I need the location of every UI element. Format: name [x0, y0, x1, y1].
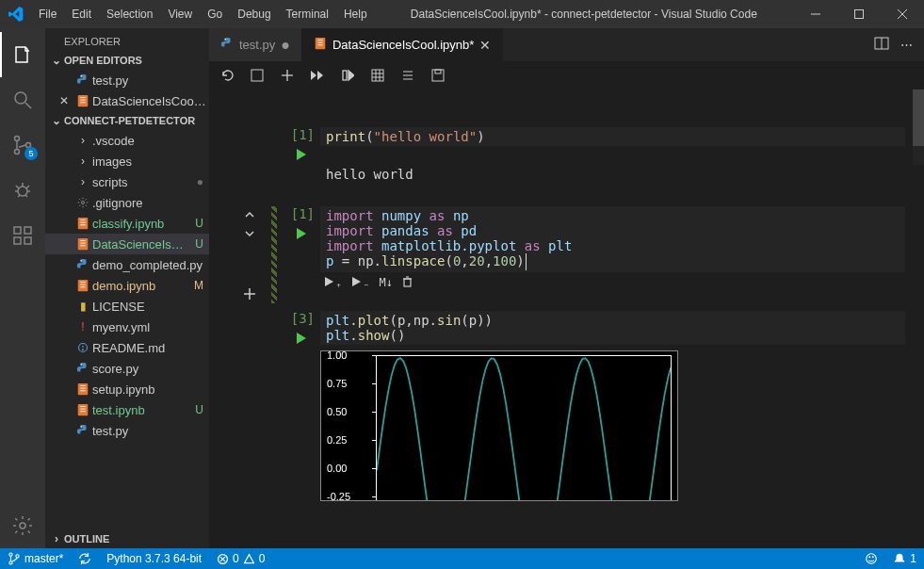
add-cell-icon[interactable]: [279, 67, 296, 84]
svg-rect-55: [316, 38, 326, 49]
run-all-icon[interactable]: [309, 67, 326, 84]
svg-point-36: [81, 260, 82, 261]
svg-line-16: [25, 195, 27, 197]
source-control-icon[interactable]: 5: [0, 122, 45, 168]
file-tree-item[interactable]: ›.vscode: [45, 130, 209, 151]
file-tree-item[interactable]: classify.ipynbU: [45, 213, 209, 234]
save-icon[interactable]: [430, 67, 446, 84]
stop-icon[interactable]: [249, 67, 266, 84]
settings-gear-icon[interactable]: [0, 503, 45, 548]
search-icon[interactable]: [0, 77, 45, 122]
file-label: LICENSE: [92, 300, 209, 314]
chevron-down-icon: ⌄: [49, 54, 64, 67]
menu-selection[interactable]: Selection: [100, 8, 159, 21]
chevron-down-icon: ⌄: [49, 114, 64, 127]
menu-go[interactable]: Go: [201, 8, 229, 21]
collapse-down-icon[interactable]: [243, 227, 256, 242]
menu-help[interactable]: Help: [337, 8, 374, 21]
svg-point-89: [9, 561, 12, 564]
cell-input[interactable]: plt.plot(p,np.sin(p))plt.show(): [320, 311, 905, 345]
problems-item[interactable]: 0 0: [209, 552, 272, 565]
close-button[interactable]: [881, 0, 924, 28]
explorer-title: EXPLORER: [45, 28, 209, 51]
file-tree-item[interactable]: test.ipynbU: [45, 399, 209, 420]
sync-icon[interactable]: [71, 552, 99, 565]
undo-icon[interactable]: [219, 67, 235, 84]
open-editor-item[interactable]: test.py: [45, 70, 209, 90]
file-tree-item[interactable]: demo_completed.py: [45, 254, 209, 275]
git-branch-item[interactable]: master*: [0, 552, 71, 565]
file-tree-item[interactable]: ›scripts●: [45, 171, 209, 192]
cell-input[interactable]: import numpy as npimport pandas as pdimp…: [320, 206, 905, 272]
notifications-icon[interactable]: 1: [885, 552, 924, 565]
restart-icon[interactable]: [339, 67, 356, 84]
file-label: demo_completed.py: [92, 258, 209, 272]
workspace-section[interactable]: ⌄ CONNECT-PETDETECTOR: [45, 111, 209, 130]
menu-view[interactable]: View: [161, 8, 199, 21]
open-editors-section[interactable]: ⌄ OPEN EDITORS: [45, 51, 209, 70]
debug-icon[interactable]: [0, 168, 45, 213]
vscode-logo: [0, 7, 32, 22]
editor-tab[interactable]: test.py●: [209, 28, 302, 61]
file-icon: [73, 382, 92, 396]
to-markdown-button[interactable]: M↓: [379, 276, 392, 290]
delete-cell-icon[interactable]: [402, 276, 413, 290]
list-icon[interactable]: [399, 67, 416, 84]
extensions-icon[interactable]: [0, 213, 45, 258]
minimap-thumb[interactable]: [913, 89, 924, 146]
file-icon: [73, 237, 92, 251]
git-status-badge: U: [189, 217, 209, 230]
svg-marker-82: [325, 277, 333, 286]
window-title: DataScienceIsCool.ipynb* - connect-petde…: [374, 8, 794, 21]
menu-debug[interactable]: Debug: [231, 8, 277, 21]
svg-rect-49: [78, 404, 89, 415]
file-icon: [220, 37, 234, 53]
diff-gutter: [271, 127, 277, 186]
outline-section[interactable]: › OUTLINE: [45, 529, 209, 548]
open-editor-item[interactable]: ✕DataScienceIsCoo…: [45, 90, 209, 111]
file-tree-item[interactable]: DataScienceIsCo…U: [45, 234, 209, 254]
file-label: images: [92, 154, 209, 169]
cell-input[interactable]: print("hello world"): [320, 127, 905, 146]
run-above-icon[interactable]: ₋: [351, 276, 369, 290]
close-icon[interactable]: ✕: [55, 94, 73, 107]
feedback-icon[interactable]: [857, 552, 885, 565]
add-cell-icon[interactable]: [243, 287, 256, 303]
file-icon: [73, 342, 92, 353]
file-tree-item[interactable]: ›images: [45, 151, 209, 171]
menu-terminal[interactable]: Terminal: [280, 8, 335, 21]
editor-tab[interactable]: DataScienceIsCool.ipynb*✕: [302, 28, 503, 61]
file-tree-item[interactable]: ▮LICENSE: [45, 296, 209, 317]
explorer-icon[interactable]: [0, 32, 45, 77]
git-status-badge: U: [189, 237, 209, 251]
close-tab-icon[interactable]: ✕: [479, 38, 491, 53]
file-icon: ▮: [73, 300, 92, 313]
run-cell-icon[interactable]: [283, 148, 320, 164]
minimize-button[interactable]: [794, 0, 837, 28]
svg-point-4: [15, 92, 26, 104]
maximize-button[interactable]: [837, 0, 881, 28]
file-tree-item[interactable]: README.md: [45, 337, 209, 358]
file-icon: [73, 362, 92, 375]
file-tree-item[interactable]: demo.ipynbM: [45, 275, 209, 296]
collapse-up-icon[interactable]: [243, 208, 256, 223]
run-below-icon[interactable]: ₊: [324, 276, 342, 290]
run-cell-icon[interactable]: [283, 227, 320, 243]
cell-prompt: [1]: [283, 206, 320, 221]
menu-file[interactable]: File: [32, 8, 63, 21]
python-interpreter-item[interactable]: Python 3.7.3 64-bit: [99, 552, 209, 565]
file-tree-item[interactable]: score.py: [45, 358, 209, 379]
svg-rect-84: [404, 279, 411, 286]
grid-icon[interactable]: [369, 67, 386, 84]
notebook-body[interactable]: [1]print("hello world")hello world[1]imp…: [209, 89, 924, 548]
split-editor-icon[interactable]: [874, 36, 889, 54]
more-actions-icon[interactable]: ⋯: [900, 38, 913, 52]
menu-edit[interactable]: Edit: [65, 8, 98, 21]
svg-rect-1: [855, 10, 864, 19]
file-tree-item[interactable]: setup.ipynb: [45, 379, 209, 399]
file-tree-item[interactable]: !myenv.yml: [45, 317, 209, 337]
minimap[interactable]: [913, 89, 924, 165]
file-tree-item[interactable]: .gitignore: [45, 192, 209, 213]
run-cell-icon[interactable]: [283, 332, 320, 348]
file-tree-item[interactable]: test.py: [45, 420, 209, 441]
